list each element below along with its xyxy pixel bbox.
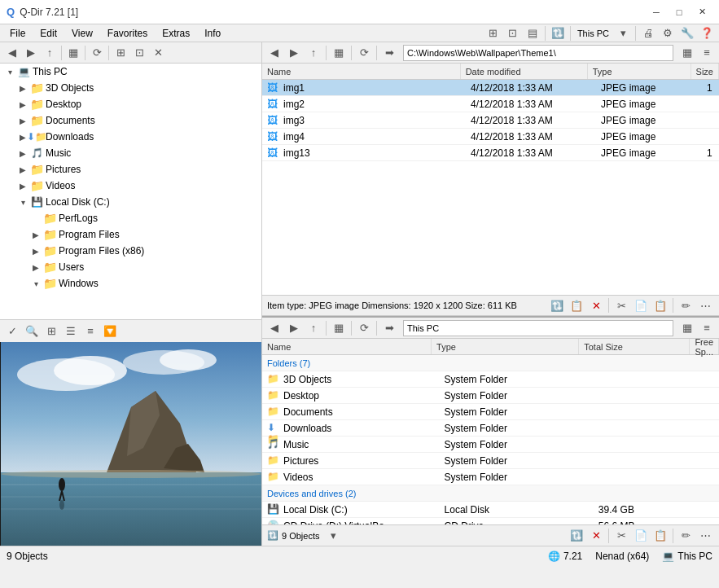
tr-up-btn[interactable]: ↑ [305,44,322,62]
print-btn[interactable]: 🖨 [639,24,657,42]
menu-file[interactable]: File [3,26,32,41]
info-copy-btn[interactable]: 📋 [568,296,585,314]
left-expand-btn[interactable]: ⊡ [130,44,148,62]
menu-extras[interactable]: Extras [156,26,196,41]
tree-item-documents[interactable]: ▶ 📁 Documents [0,112,261,129]
expand-progfiles86[interactable]: ▶ [29,247,42,256]
bcol-header-name[interactable]: Name [262,339,432,354]
left-view-btn[interactable]: ▦ [64,44,82,62]
br-forward-btn[interactable]: ▶ [285,319,303,337]
bottom-info-cut[interactable]: ✂ [612,527,630,545]
bottom-row-driveD[interactable]: 💿 CD Drive (D:) VirtualBo... CD Drive 56… [262,518,719,524]
menu-favorites[interactable]: Favorites [101,26,154,41]
bottom-info-refresh2[interactable]: 🔃 [568,527,585,545]
bottom-row-documents[interactable]: 📁 Documents System Folder [262,404,719,420]
expand-documents[interactable]: ▶ [16,116,29,125]
info-edit-btn[interactable]: ✏ [677,296,695,314]
br-back-btn[interactable]: ◀ [265,319,283,337]
expand-pictures[interactable]: ▶ [16,165,29,174]
left-collapse-btn[interactable]: ✕ [149,44,167,62]
bottom-info-copy[interactable]: 📄 [632,527,650,545]
br-view-mode2-btn[interactable]: ≡ [698,319,716,337]
bottom-info-paste[interactable]: 📋 [651,527,669,545]
left-forward-btn[interactable]: ▶ [22,44,40,62]
br-view-btn[interactable]: ▦ [330,319,348,337]
close-button[interactable]: ✕ [691,4,712,20]
expand-progfiles[interactable]: ▶ [29,230,42,239]
file-row-img2[interactable]: 🖼 img2 4/12/2018 1:33 AM JPEG image [262,96,719,112]
left-refresh-btn[interactable]: ⟳ [88,44,106,62]
layout-btn3[interactable]: ▤ [524,24,541,42]
expand-desktop[interactable]: ▶ [16,100,29,109]
bcol-header-total[interactable]: Total Size [579,339,690,354]
info-copy2-btn[interactable]: 📄 [632,296,650,314]
bcol-header-free[interactable]: Free Sp... [690,339,719,354]
info-delete-btn[interactable]: ✕ [587,296,605,314]
help-btn[interactable]: ❓ [698,24,716,42]
bottom-info-delete[interactable]: ✕ [587,527,605,545]
tr-back-btn[interactable]: ◀ [265,44,283,62]
br-view-mode-btn[interactable]: ▦ [678,319,696,337]
expand-users[interactable]: ▶ [29,263,42,272]
settings-btn[interactable]: ⚙ [659,24,677,42]
tools-btn[interactable]: 🔧 [678,24,696,42]
tr-view-btn[interactable]: ▦ [330,44,348,62]
tree-item-videos[interactable]: ▶ 📁 Videos [0,178,261,194]
tree-item-3dobjects[interactable]: ▶ 📁 3D Objects [0,80,261,96]
expand-thispc[interactable]: ▾ [3,68,16,77]
tree-item-windows[interactable]: ▾ 📁 Windows [0,275,261,292]
tr-refresh-btn[interactable]: ⟳ [355,44,373,62]
br-arrow-btn[interactable]: ➡ [380,319,398,337]
tree-item-music[interactable]: ▶ 🎵 Music [0,145,261,161]
tr-forward-btn[interactable]: ▶ [285,44,303,62]
layout-btn2[interactable]: ⊡ [504,24,522,42]
menu-edit[interactable]: Edit [33,26,64,41]
maximize-button[interactable]: □ [669,4,690,20]
left-split-btn[interactable]: ⊞ [112,44,129,62]
bottom-row-desktop[interactable]: 📁 Desktop System Folder [262,388,719,404]
tree-item-localC[interactable]: ▾ 💾 Local Disk (C:) [0,194,261,210]
expand-windows[interactable]: ▾ [29,279,42,288]
minimize-button[interactable]: ─ [646,4,667,20]
refresh-btn[interactable]: 🔃 [549,24,567,42]
file-row-img1[interactable]: 🖼 img1 4/12/2018 1:33 AM JPEG image 1 [262,80,719,96]
tree-area[interactable]: ▾ 💻 This PC ▶ 📁 3D Objects ▶ 📁 Desktop ▶ [0,64,261,319]
left-grid-btn[interactable]: ⊞ [42,323,60,340]
tree-item-progfiles86[interactable]: ▶ 📁 Program Files (x86) [0,243,261,259]
left-back-btn[interactable]: ◀ [3,44,21,62]
left-list-btn[interactable]: ☰ [62,323,80,340]
file-list[interactable]: Name Date modified Type Size 🖼 img1 4/12… [262,64,719,295]
info-cut-btn[interactable]: ✂ [612,296,630,314]
bottom-info-edit[interactable]: ✏ [677,527,695,545]
bottom-row-3dobjects[interactable]: 📁 3D Objects System Folder [262,371,719,388]
bottom-row-pictures[interactable]: 📁 Pictures System Folder [262,453,719,469]
info-more-btn[interactable]: ⋯ [696,296,714,314]
bottom-file-list[interactable]: Name Type Total Size Free Sp... Folders … [262,339,719,524]
file-row-img3[interactable]: 🖼 img3 4/12/2018 1:33 AM JPEG image [262,112,719,129]
bcol-header-type[interactable]: Type [432,339,579,354]
bottom-row-videos[interactable]: 📁 Videos System Folder [262,469,719,485]
col-header-size[interactable]: Size [691,64,719,79]
tree-item-perflogs[interactable]: 📁 PerfLogs [0,210,261,226]
dropdown-btn[interactable]: ▾ [614,24,632,42]
expand-videos[interactable]: ▶ [16,182,29,191]
left-up-btn[interactable]: ↑ [41,44,59,62]
tr-view-mode2-btn[interactable]: ≡ [698,44,716,62]
info-paste-btn[interactable]: 📋 [651,296,669,314]
bottom-row-localC[interactable]: 💾 Local Disk (C:) Local Disk 39.4 GB [262,502,719,518]
menu-info[interactable]: Info [198,26,227,41]
bottom-row-music[interactable]: 🎵 Music System Folder [262,437,719,453]
col-header-type[interactable]: Type [588,64,691,79]
expand-music[interactable]: ▶ [16,149,29,158]
tree-item-thispc[interactable]: ▾ 💻 This PC [0,64,261,80]
col-header-name[interactable]: Name [262,64,461,79]
tree-item-progfiles[interactable]: ▶ 📁 Program Files [0,226,261,243]
info-refresh-btn[interactable]: 🔃 [548,296,566,314]
bottom-row-downloads[interactable]: ⬇📁 Downloads System Folder [262,420,719,437]
file-row-img4[interactable]: 🖼 img4 4/12/2018 1:33 AM JPEG image [262,129,719,145]
bottom-objects-dropdown[interactable]: ▾ [324,527,342,545]
tr-arrow-btn[interactable]: ➡ [380,44,398,62]
tree-item-desktop[interactable]: ▶ 📁 Desktop [0,96,261,112]
bottom-info-more[interactable]: ⋯ [696,527,714,545]
expand-3dobjects[interactable]: ▶ [16,84,29,93]
